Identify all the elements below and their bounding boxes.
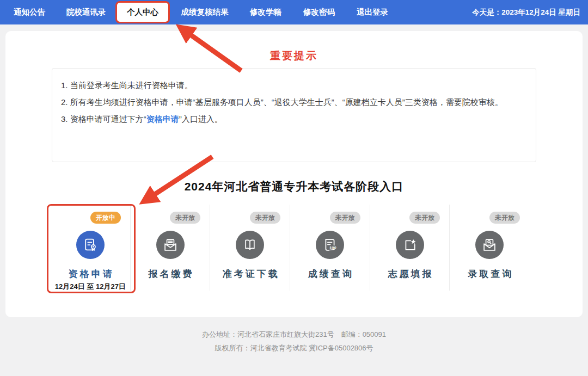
entry-card-preference-filling[interactable]: 未开放 志愿填报 xyxy=(370,205,450,291)
application-star-icon xyxy=(396,231,424,259)
footer-address: 办公地址：河北省石家庄市红旗大街231号 邮编：050091 xyxy=(0,330,588,340)
entry-cards-row: 开放中 资格申请 12月24日 至 12月27日 未开放 xyxy=(51,205,529,291)
entries-section-title: 2024年河北省普通专升本考试各阶段入口 xyxy=(0,179,588,194)
nav-item-edit-student-status[interactable]: 修改学籍 xyxy=(250,0,281,24)
entry-card-registration-payment[interactable]: 未开放 报名缴费 xyxy=(130,205,210,291)
entry-card-title: 成绩查询 xyxy=(290,268,370,280)
certificate-icon xyxy=(76,231,105,259)
top-nav-bar: 通知公告 院校通讯录 个人中心 成绩复核结果 修改学籍 修改密码 退出登录 今天… xyxy=(0,0,588,24)
nav-item-change-password[interactable]: 修改密码 xyxy=(303,0,335,24)
entry-card-score-inquiry[interactable]: 未开放 100 成绩查询 xyxy=(290,205,370,291)
nav-item-logout[interactable]: 退出登录 xyxy=(357,0,388,24)
current-date-text: 今天是：2023年12月24日 星期日 xyxy=(472,0,580,24)
payment-envelope-icon xyxy=(156,231,185,259)
score-report-icon: 100 xyxy=(316,231,344,259)
footer-copyright: 版权所有：河北省教育考试院 冀ICP备05002806号 xyxy=(0,343,588,353)
admission-letter-icon xyxy=(475,231,504,259)
entry-card-title: 资格申请 xyxy=(51,268,130,280)
entry-card-exam-ticket-download[interactable]: 未开放 准考证下载 xyxy=(210,205,290,291)
status-badge-closed: 未开放 xyxy=(489,212,520,224)
nav-item-notices[interactable]: 通知公告 xyxy=(14,0,45,24)
notice-line-1: 1. 当前登录考生尚未进行资格申请。 xyxy=(61,79,527,91)
notice-line-3: 3. 资格申请可通过下方“资格申请”入口进入。 xyxy=(61,113,527,125)
notice-line-3-suffix: ”入口进入。 xyxy=(179,114,223,124)
nav-tab-personal-center[interactable]: 个人中心 xyxy=(115,1,170,23)
nav-item-score-review[interactable]: 成绩复核结果 xyxy=(181,0,229,24)
status-badge-closed: 未开放 xyxy=(170,212,200,224)
entry-card-admission-inquiry[interactable]: 未开放 录取查询 xyxy=(449,205,529,291)
qualification-apply-link[interactable]: 资格申请 xyxy=(146,114,179,124)
entry-card-title: 报名缴费 xyxy=(131,268,210,280)
entry-card-title: 志愿填报 xyxy=(370,268,450,280)
status-badge-open: 开放中 xyxy=(90,212,121,224)
entry-card-date-range: 12月24日 至 12月27日 xyxy=(51,282,130,292)
nav-item-school-contacts[interactable]: 院校通讯录 xyxy=(66,0,106,24)
important-notice-box: 1. 当前登录考生尚未进行资格申请。 2. 所有考生均须进行资格申请，申请“基层… xyxy=(52,68,536,162)
entry-card-title: 录取查询 xyxy=(450,268,529,280)
status-badge-closed: 未开放 xyxy=(250,212,280,224)
status-badge-closed: 未开放 xyxy=(330,212,360,224)
entry-card-title: 准考证下载 xyxy=(210,268,290,280)
exam-ticket-book-icon xyxy=(236,231,264,259)
portal-page: 通知公告 院校通讯录 个人中心 成绩复核结果 修改学籍 修改密码 退出登录 今天… xyxy=(0,0,588,376)
important-notice-title: 重要提示 xyxy=(0,49,588,63)
status-badge-closed: 未开放 xyxy=(409,212,440,224)
entry-card-qualification-apply[interactable]: 开放中 资格申请 12月24日 至 12月27日 xyxy=(51,205,130,291)
notice-line-3-text: 3. 资格申请可通过下方“ xyxy=(61,114,146,124)
notice-line-2: 2. 所有考生均须进行资格申请，申请“基层服务项目人员”、“退役大学生士兵”、“… xyxy=(61,96,527,108)
